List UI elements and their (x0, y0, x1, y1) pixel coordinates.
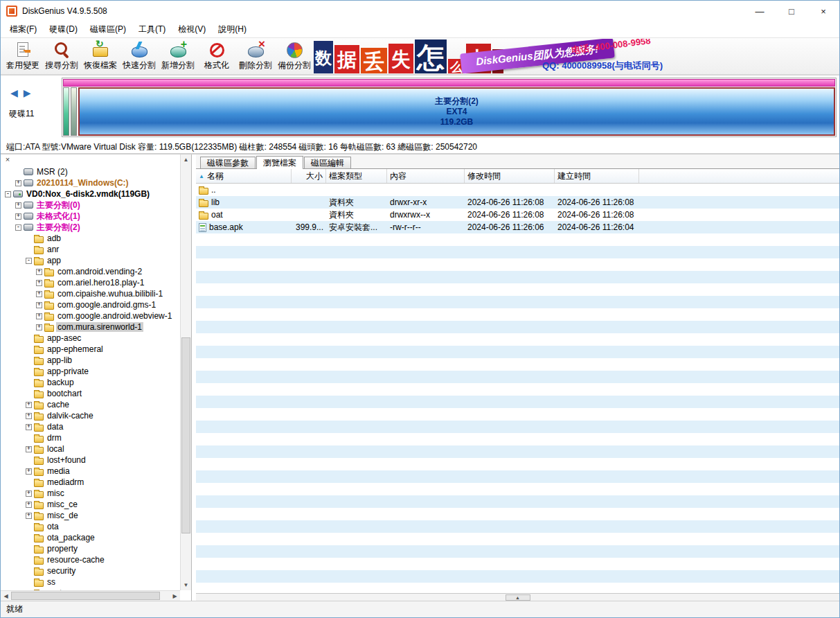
tree-item-adb[interactable]: adb (1, 233, 180, 244)
tree-item-ota[interactable]: ota (1, 521, 180, 532)
expand-box-icon[interactable]: + (26, 491, 32, 497)
next-disk-button[interactable]: ▶ (24, 87, 31, 98)
expand-box-icon[interactable]: + (26, 402, 32, 408)
new-partition-button[interactable]: 新增分割 (159, 39, 197, 73)
expand-box-icon[interactable]: + (26, 502, 32, 508)
backup-partition-button[interactable]: 備份分割 (275, 39, 314, 73)
ad-banner[interactable]: 数据丢失怎么办! DiskGenius团队为您服务! 电话: 400-008-9… (314, 39, 839, 73)
collapse-box-icon[interactable]: - (5, 191, 11, 197)
expand-box-icon[interactable]: + (26, 424, 32, 430)
tree-item-partition-20210114-windows-c[interactable]: +20210114_Windows(C:) (1, 177, 180, 188)
tree-item-com-android-vending-2[interactable]: +com.android.vending-2 (1, 266, 180, 277)
tree-item-data[interactable]: +data (1, 421, 180, 432)
scroll-down-button[interactable]: ▼ (181, 580, 191, 590)
expand-box-icon[interactable]: + (15, 202, 21, 209)
search-partition-button[interactable]: 搜尋分割 (42, 39, 81, 73)
expand-box-icon[interactable]: + (36, 302, 42, 308)
collapse-box-icon[interactable]: - (26, 258, 32, 264)
prev-disk-button[interactable]: ◀ (10, 87, 18, 98)
tree-item-com-google-android-gms-1[interactable]: +com.google.android.gms-1 (1, 299, 180, 310)
column-header-content[interactable]: 內容 (387, 169, 465, 183)
delete-partition-button[interactable]: 刪除分割 (236, 39, 275, 73)
tree-item-lost-found[interactable]: lost+found (1, 454, 180, 466)
tab-browse-files[interactable]: 瀏覽檔案 (256, 156, 303, 169)
expand-box-icon[interactable]: + (26, 513, 32, 519)
tree-item-com-mura-sirenworld-1[interactable]: +com.mura.sirenworld-1 (1, 321, 180, 333)
maximize-button[interactable]: □ (776, 1, 807, 21)
horizontal-scrollbar-thumb[interactable] (11, 592, 160, 600)
tree-item-bootchart[interactable]: bootchart (1, 388, 180, 399)
scroll-left-button[interactable]: ◀ (1, 591, 11, 601)
table-row-item[interactable]: .. (196, 184, 839, 196)
tree-item-app[interactable]: -app (1, 255, 180, 266)
format-button[interactable]: 格式化 (197, 39, 236, 73)
expand-box-icon[interactable]: + (36, 280, 42, 286)
tree-item-local[interactable]: +local (1, 443, 180, 454)
column-header-name[interactable]: ▲名稱 (196, 169, 292, 183)
tree-item-media[interactable]: +media (1, 466, 180, 477)
scroll-right-button[interactable]: ▶ (170, 591, 180, 601)
tree-item-disk-vd0-nox-6-disk2-vmdk[interactable]: -VD0:Nox_6-disk2.vmdk(119GB) (1, 188, 180, 200)
partition-block-primary-2[interactable]: 主要分割(2) EXT4 119.2GB (78, 87, 835, 136)
expand-box-icon[interactable]: + (15, 180, 21, 186)
table-row-lib[interactable]: lib資料夾drwxr-xr-x2024-06-26 11:26:082024-… (196, 196, 839, 209)
close-tree-panel-button[interactable]: × (3, 155, 12, 165)
tree-item-com-google-android-webview-1[interactable]: +com.google.android.webview-1 (1, 310, 180, 321)
tree-item-drm[interactable]: drm (1, 432, 180, 443)
partition-sliver-primary-0[interactable] (63, 87, 69, 136)
menu-view[interactable]: 檢視(V) (172, 21, 212, 37)
collapse-panel-button[interactable]: ▲ (506, 594, 530, 601)
tree-item-ota-package[interactable]: ota_package (1, 532, 180, 543)
collapse-box-icon[interactable]: - (15, 224, 21, 231)
tree-item-mediadrm[interactable]: mediadrm (1, 477, 180, 488)
menu-help[interactable]: 說明(H) (212, 21, 253, 37)
tree-item-app-lib[interactable]: app-lib (1, 355, 180, 366)
close-button[interactable]: × (807, 1, 839, 21)
apply-changes-button[interactable]: 套用變更 (3, 39, 42, 73)
expand-box-icon[interactable]: + (36, 324, 42, 330)
tree-item-cache[interactable]: +cache (1, 399, 180, 410)
expand-box-icon[interactable]: + (36, 313, 42, 319)
tree-item-app-ephemeral[interactable]: app-ephemeral (1, 344, 180, 355)
tree-item-anr[interactable]: anr (1, 244, 180, 255)
tree-item-ss[interactable]: ss (1, 576, 180, 588)
tree-item-dalvik-cache[interactable]: +dalvik-cache (1, 410, 180, 421)
menu-tools[interactable]: 工具(T) (132, 21, 172, 37)
tree-item-msr-2[interactable]: MSR (2) (1, 166, 180, 177)
tree-item-security[interactable]: security (1, 565, 180, 576)
tree-item-app-private[interactable]: app-private (1, 366, 180, 377)
column-header-created-time[interactable]: 建立時間 (555, 169, 639, 183)
tree-item-misc-de[interactable]: +misc_de (1, 510, 180, 521)
quick-partition-button[interactable]: 快速分割 (120, 39, 159, 73)
tree-item-app-asec[interactable]: app-asec (1, 333, 180, 344)
tree-item-misc-ce[interactable]: +misc_ce (1, 499, 180, 510)
tab-partition-parameters[interactable]: 磁碟區參數 (200, 157, 256, 168)
expand-box-icon[interactable]: + (26, 468, 32, 475)
tree-item-property[interactable]: property (1, 543, 180, 554)
menu-file[interactable]: 檔案(F) (3, 21, 43, 37)
expand-box-icon[interactable]: + (26, 446, 32, 452)
expand-box-icon[interactable]: + (36, 291, 42, 297)
tree-item-primary-partition-2[interactable]: -主要分割(2) (1, 222, 180, 233)
minimize-button[interactable]: — (744, 1, 776, 21)
tree-item-misc[interactable]: +misc (1, 488, 180, 499)
tree-item-com-ariel-hero18-play-1[interactable]: +com.ariel.hero18.play-1 (1, 277, 180, 288)
table-row-base-apk[interactable]: base.apk399.9...安卓安裝套...-rw-r--r--2024-0… (196, 221, 839, 233)
scroll-up-button[interactable]: ▲ (181, 154, 191, 165)
column-header-modified-time[interactable]: 修改時間 (465, 169, 555, 183)
column-header-file-type[interactable]: 檔案類型 (326, 169, 387, 183)
tree-horizontal-scrollbar[interactable]: ◀ ▶ (1, 590, 180, 601)
tree-item-resource-cache[interactable]: resource-cache (1, 554, 180, 565)
tree-item-unformatted-1[interactable]: +未格式化(1) (1, 211, 180, 222)
column-header-size[interactable]: 大小 (292, 169, 326, 183)
expand-box-icon[interactable]: + (15, 213, 21, 220)
expand-box-icon[interactable]: + (36, 269, 42, 275)
recover-files-button[interactable]: 恢復檔案 (81, 39, 120, 73)
tree-item-backup[interactable]: backup (1, 377, 180, 388)
expand-box-icon[interactable]: + (26, 413, 32, 419)
vertical-scrollbar-thumb[interactable] (181, 337, 190, 533)
partition-sliver-unformatted-1[interactable] (71, 87, 77, 136)
menu-disk[interactable]: 硬碟(D) (43, 21, 84, 37)
tab-sector-edit[interactable]: 磁區編輯 (304, 157, 351, 168)
tree-item-primary-partition-0[interactable]: +主要分割(0) (1, 200, 180, 211)
